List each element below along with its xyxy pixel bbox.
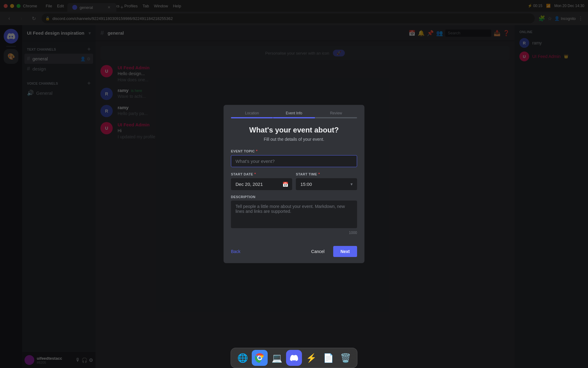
dock: 🌐 💻 ⚡ 📄 🗑️ [231,348,357,368]
svg-point-2 [258,356,261,359]
step-event-info: Event Info [273,111,315,118]
required-star: * [256,149,258,153]
start-date-label: START DATE * [231,172,292,176]
dock-files[interactable]: 📄 [320,350,336,366]
modal-overlay: Location Event Info Review What's your e… [0,0,588,368]
description-textarea[interactable] [231,201,357,228]
step-event-info-label: Event Info [286,111,302,115]
next-button[interactable]: Next [333,246,357,257]
event-topic-label: EVENT TOPIC * [231,149,357,153]
event-topic-input[interactable] [231,155,357,167]
start-time-col: START TIME * 12:00 13:00 14:00 15:00 16:… [296,172,357,195]
dock-bolt[interactable]: ⚡ [303,350,319,366]
footer-right: Cancel Next [306,246,357,257]
event-topic-group: EVENT TOPIC * [231,149,357,167]
step-location: Location [231,111,273,118]
start-time-group: START TIME * 12:00 13:00 14:00 15:00 16:… [296,172,357,190]
description-label: DESCRIPTION [231,195,357,199]
modal-body: What's your event about? Fill out the de… [224,118,364,246]
dock-finder[interactable]: 🌐 [235,350,251,366]
dock-chrome[interactable] [252,350,268,366]
modal-title: What's your event about? [231,126,357,134]
modal-subtitle: Fill out the details of your event. [231,137,357,142]
dock-discord[interactable] [286,350,302,366]
description-group: DESCRIPTION 1000 [231,195,357,235]
start-date-group: START DATE * 📅 [231,172,292,190]
date-input-wrapper: 📅 [231,178,292,190]
step-location-bar [231,117,273,118]
dock-terminal[interactable]: 💻 [269,350,285,366]
start-time-select[interactable]: 12:00 13:00 14:00 15:00 16:00 17:00 18:0… [296,178,357,190]
modal-steps: Location Event Info Review [224,105,364,118]
event-modal: Location Event Info Review What's your e… [224,105,364,263]
start-date-col: START DATE * 📅 [231,172,292,195]
required-star: * [254,172,256,176]
modal-footer: Back Cancel Next [224,246,364,263]
cancel-button[interactable]: Cancel [306,246,330,257]
time-select-wrapper: 12:00 13:00 14:00 15:00 16:00 17:00 18:0… [296,178,357,190]
step-location-label: Location [245,111,259,115]
step-review-label: Review [330,111,342,115]
calendar-icon: 📅 [282,181,288,187]
char-count: 1000 [231,231,357,235]
step-review: Review [315,111,357,118]
step-review-bar [315,117,357,118]
dock-trash[interactable]: 🗑️ [337,350,353,366]
required-star: * [318,172,320,176]
step-event-info-bar [273,117,315,118]
back-button[interactable]: Back [231,249,240,254]
date-time-row: START DATE * 📅 START TIME * [231,172,357,195]
start-time-label: START TIME * [296,172,357,176]
